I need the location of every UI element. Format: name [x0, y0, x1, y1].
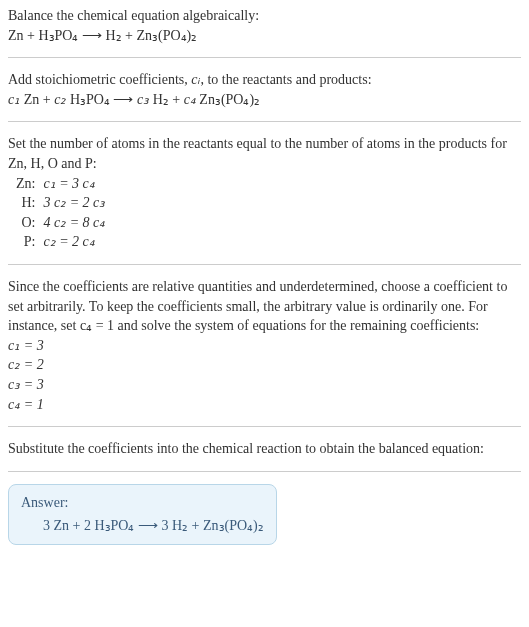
elem-equation: c₁ = 3 c₄ [39, 174, 109, 194]
step1-equation: c₁ Zn + c₂ H₃PO₄ ⟶ c₃ H₂ + c₄ Zn₃(PO₄)₂ [8, 90, 521, 110]
table-row: Zn: c₁ = 3 c₄ [12, 174, 109, 194]
elem-label: H: [12, 193, 39, 213]
term-h2: H₂ + [149, 92, 184, 107]
term-zn3po4: Zn₃(PO₄)₂ [196, 92, 260, 107]
coef-c2: c₂ [54, 92, 66, 107]
elem-equation: c₂ = 2 c₄ [39, 232, 109, 252]
coef-c4: c₄ [184, 92, 196, 107]
step4-text: Substitute the coefficients into the che… [8, 439, 521, 459]
table-row: P: c₂ = 2 c₄ [12, 232, 109, 252]
solution-line: c₂ = 2 [8, 355, 521, 375]
coef-c1: c₁ [8, 92, 20, 107]
step3-section: Since the coefficients are relative quan… [8, 277, 521, 427]
answer-box: Answer: 3 Zn + 2 H₃PO₄ ⟶ 3 H₂ + Zn₃(PO₄)… [8, 484, 277, 545]
elem-equation: 3 c₂ = 2 c₃ [39, 193, 109, 213]
elem-label: O: [12, 213, 39, 233]
elem-label: P: [12, 232, 39, 252]
coef-c3: c₃ [137, 92, 149, 107]
solution-line: c₄ = 1 [8, 395, 521, 415]
step1-section: Add stoichiometric coefficients, cᵢ, to … [8, 70, 521, 122]
elem-equation: 4 c₂ = 8 c₄ [39, 213, 109, 233]
elem-label: Zn: [12, 174, 39, 194]
step1-text-after: , to the reactants and products: [200, 72, 371, 87]
table-row: H: 3 c₂ = 2 c₃ [12, 193, 109, 213]
step1-text-before: Add stoichiometric coefficients, [8, 72, 191, 87]
term-h3po4: H₃PO₄ ⟶ [66, 92, 137, 107]
answer-label: Answer: [21, 493, 264, 513]
answer-equation: 3 Zn + 2 H₃PO₄ ⟶ 3 H₂ + Zn₃(PO₄)₂ [21, 516, 264, 536]
problem-equation: Zn + H₃PO₄ ⟶ H₂ + Zn₃(PO₄)₂ [8, 26, 521, 46]
table-row: O: 4 c₂ = 8 c₄ [12, 213, 109, 233]
step2-text: Set the number of atoms in the reactants… [8, 134, 521, 173]
step3-text: Since the coefficients are relative quan… [8, 277, 521, 336]
step4-section: Substitute the coefficients into the che… [8, 439, 521, 472]
problem-prompt: Balance the chemical equation algebraica… [8, 6, 521, 26]
step2-section: Set the number of atoms in the reactants… [8, 134, 521, 265]
term-zn: Zn + [20, 92, 54, 107]
solution-line: c₁ = 3 [8, 336, 521, 356]
atom-equation-table: Zn: c₁ = 3 c₄ H: 3 c₂ = 2 c₃ O: 4 c₂ = 8… [12, 174, 109, 252]
solution-line: c₃ = 3 [8, 375, 521, 395]
problem-section: Balance the chemical equation algebraica… [8, 6, 521, 58]
step1-text: Add stoichiometric coefficients, cᵢ, to … [8, 70, 521, 90]
